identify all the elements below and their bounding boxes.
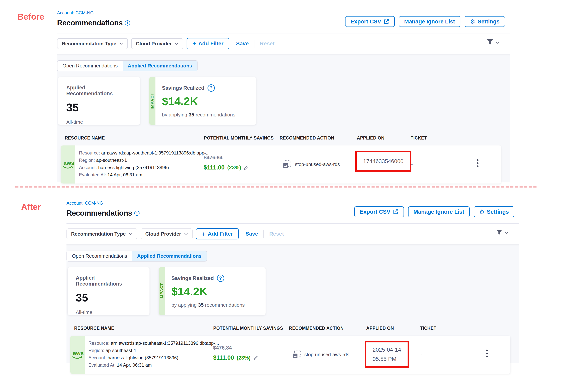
savings-percent: (23%)	[237, 355, 250, 361]
filter-panel-toggle[interactable]	[486, 39, 500, 46]
help-icon[interactable]: ?	[208, 84, 215, 92]
column-header-recommended-action: RECOMMENDED ACTION	[280, 136, 334, 141]
savings-value: $111.00	[213, 354, 234, 361]
ticket-cell: -	[411, 161, 413, 167]
ticket-cell: -	[420, 352, 422, 358]
save-filter-button[interactable]: Save	[246, 231, 258, 237]
filter-bar: Recommendation Type Cloud Provider + Add…	[66, 224, 519, 244]
column-header-resource-name: RESOURCE NAME	[65, 136, 105, 141]
table-row[interactable]: aws Resource: arn:aws:rds:ap-southeast-1…	[70, 336, 510, 374]
plus-icon: +	[202, 231, 206, 237]
savings-amount: $14.2K	[162, 95, 236, 108]
svg-text:aws: aws	[64, 160, 74, 166]
applied-on-highlight-box: 2025-04-14 05:55 PM	[365, 341, 409, 368]
filter-panel-toggle[interactable]	[496, 229, 509, 236]
manage-ignore-list-button[interactable]: Manage Ignore List	[408, 206, 470, 217]
savings-subtitle: by applying 35 recommendations	[162, 112, 236, 118]
evaluated-at-value: 14 Apr, 06:31 am	[117, 362, 152, 368]
card-title: Applied Recommendations	[76, 275, 142, 287]
account-breadcrumb[interactable]: Account: CCM-NG	[66, 200, 519, 206]
row-menu-kebab-icon[interactable]	[477, 159, 478, 167]
reset-filter-button[interactable]: Reset	[260, 40, 274, 47]
recommended-action-cell: stop-unused-aws-rds	[283, 160, 340, 168]
settings-button[interactable]: ⚙ Settings	[465, 16, 505, 27]
svg-text:aws: aws	[73, 350, 84, 356]
aws-logo-icon: aws	[62, 160, 74, 170]
filter-bar: Recommendation Type Cloud Provider + Add…	[57, 34, 510, 54]
page-header: Account: CCM-NG Recommendations i Export…	[57, 7, 510, 34]
account-value: harness-lightwing (357919113896)	[98, 165, 169, 170]
resource-arn: arn:aws:rds:ap-southeast-1:357919113896:…	[101, 150, 210, 156]
table-row[interactable]: aws Resource: arn:aws:rds:ap-southeast-1…	[61, 146, 501, 184]
funnel-icon	[486, 39, 494, 46]
recommendations-panel: Open Recommendations Applied Recommendat…	[57, 54, 510, 182]
recommendations-tabs: Open Recommendations Applied Recommendat…	[66, 250, 207, 262]
applied-on-value-line2: 05:55 PM	[372, 354, 401, 364]
export-csv-button[interactable]: Export CSV	[354, 206, 404, 217]
card-title: Applied Recommendations	[66, 85, 132, 97]
applied-count: 35	[66, 101, 132, 114]
account-value: harness-lightwing (357919113896)	[108, 355, 178, 360]
savings-amount: $14.2K	[172, 285, 245, 298]
recommendations-tabs: Open Recommendations Applied Recommendat…	[57, 60, 198, 71]
impact-strip: IMPACT	[149, 77, 156, 125]
cloud-provider-dropdown[interactable]: Cloud Provider	[141, 228, 192, 239]
column-header-applied-on: APPLIED ON	[366, 326, 394, 331]
column-header-ticket: TICKET	[411, 136, 427, 141]
tab-open-recommendations[interactable]: Open Recommendations	[67, 251, 132, 261]
save-filter-button[interactable]: Save	[236, 40, 249, 47]
cloud-provider-label: Cloud Provider	[136, 41, 172, 47]
add-filter-button[interactable]: + Add Filter	[186, 38, 229, 49]
impact-strip: IMPACT	[159, 267, 165, 315]
tab-applied-recommendations[interactable]: Applied Recommendations	[132, 251, 206, 261]
recommendation-type-dropdown[interactable]: Recommendation Type	[57, 38, 128, 49]
export-csv-label: Export CSV	[350, 18, 381, 25]
divider	[264, 230, 264, 238]
edit-icon[interactable]	[253, 355, 258, 360]
recommendations-panel: Open Recommendations Applied Recommendat…	[66, 244, 519, 363]
column-header-recommended-action: RECOMMENDED ACTION	[289, 326, 344, 331]
export-csv-button[interactable]: Export CSV	[345, 16, 395, 27]
savings-percent: (23%)	[227, 165, 241, 171]
gear-icon: ⚙	[479, 209, 484, 215]
potential-savings-cell: $476.84 $111.00 (23%)	[213, 345, 258, 361]
applied-period: All-time	[76, 309, 142, 315]
recommendation-type-dropdown[interactable]: Recommendation Type	[66, 228, 137, 239]
tab-open-recommendations[interactable]: Open Recommendations	[58, 61, 123, 71]
page-title: Recommendations	[66, 209, 132, 217]
after-section: After Account: CCM-NG Recommendations i …	[66, 198, 519, 363]
manage-ignore-list-label: Manage Ignore List	[404, 18, 455, 25]
chevron-down-icon	[119, 42, 123, 45]
settings-label: Settings	[478, 18, 500, 25]
evaluated-at-value: 14 Apr, 06:31 am	[108, 172, 142, 177]
edit-icon[interactable]	[244, 165, 249, 170]
chevron-down-icon	[129, 233, 132, 235]
resource-details: Resource: arn:aws:rds:ap-southeast-1:357…	[88, 340, 219, 369]
original-cost: $476.84	[204, 155, 249, 161]
stop-action-icon	[292, 350, 301, 359]
applied-on-value: 2025-04-14	[372, 345, 401, 354]
applied-on-value: 1744633546000	[363, 156, 404, 166]
chevron-down-icon	[175, 42, 178, 45]
add-filter-button[interactable]: + Add Filter	[196, 228, 238, 240]
tab-applied-recommendations[interactable]: Applied Recommendations	[123, 61, 197, 71]
savings-value: $111.00	[204, 164, 225, 171]
settings-label: Settings	[487, 209, 509, 215]
info-icon[interactable]: i	[134, 210, 140, 216]
manage-ignore-list-button[interactable]: Manage Ignore List	[399, 16, 460, 27]
before-after-divider	[15, 186, 536, 188]
page-boundary-line	[519, 203, 519, 362]
settings-button[interactable]: ⚙ Settings	[474, 206, 514, 217]
gear-icon: ⚙	[470, 19, 476, 24]
before-section: Before Account: CCM-NG Recommendations i…	[57, 7, 510, 182]
row-menu-kebab-icon[interactable]	[486, 350, 488, 358]
cloud-provider-strip: aws	[61, 146, 75, 184]
aws-logo-icon: aws	[71, 350, 84, 360]
column-header-potential-monthly-savings: POTENTIAL MONTHLY SAVINGS	[213, 326, 283, 331]
reset-filter-button[interactable]: Reset	[269, 231, 284, 237]
help-icon[interactable]: ?	[217, 274, 224, 282]
funnel-icon	[496, 229, 503, 236]
account-breadcrumb[interactable]: Account: CCM-NG	[57, 10, 510, 16]
cloud-provider-dropdown[interactable]: Cloud Provider	[131, 38, 183, 49]
info-icon[interactable]: i	[125, 20, 130, 26]
